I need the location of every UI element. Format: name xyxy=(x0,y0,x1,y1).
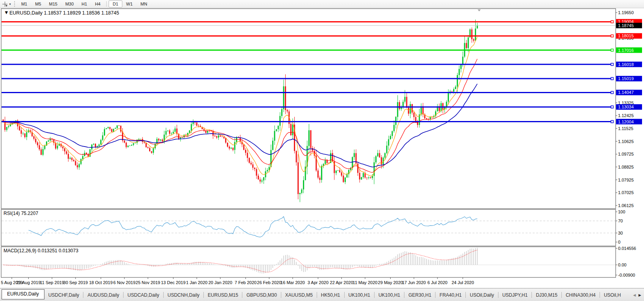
tab-gbpusd-m30[interactable]: GBPUSD,M30 xyxy=(242,290,280,300)
line-handle[interactable] xyxy=(611,77,613,80)
line-handle[interactable] xyxy=(611,35,613,37)
tab-dj30-m15[interactable]: DJ30,M15 xyxy=(532,290,561,300)
tab-eurusd-daily[interactable]: EURUSD,Daily xyxy=(2,289,44,299)
timeframe-button-m30[interactable]: M30 xyxy=(61,0,78,7)
price-badge-label: 1.14047 xyxy=(618,90,634,95)
candle xyxy=(89,149,90,157)
price-panel xyxy=(1,9,616,209)
x-axis-date: 1 Jan 2020 xyxy=(186,280,207,285)
tab-usoil-h[interactable]: USOil,H xyxy=(600,290,625,300)
tab-fra40-h1[interactable]: FRA40,H1 xyxy=(435,290,465,300)
timeframe-button-d1[interactable]: D1 xyxy=(109,0,122,7)
tab-uk100-h1[interactable]: UK100,H1 xyxy=(375,290,404,300)
rsi-tick-label: 30 xyxy=(618,231,623,235)
line-handle[interactable] xyxy=(611,63,613,66)
timeframe-button-h1[interactable]: H1 xyxy=(78,0,91,7)
tab-audusd-daily[interactable]: AUDUSD,Daily xyxy=(83,290,123,300)
price-tick-label: 1.06125 xyxy=(618,203,634,208)
x-axis-date: 3 Apr 2020 xyxy=(308,280,328,285)
tab-usoil-daily[interactable]: USOil,Daily xyxy=(466,290,498,300)
top-toolbar: ▼ M1M5M15M30H1H4D1W1MN xyxy=(0,0,644,8)
timeframe-button-m5[interactable]: M5 xyxy=(31,0,45,7)
tab-ger30-h1[interactable]: GER30,H1 xyxy=(404,290,435,300)
rsi-tick-label: 100 xyxy=(618,209,625,214)
x-axis-date: 26 Feb 2020 xyxy=(257,280,281,285)
tab-uk100-h1[interactable]: UK100,H1 xyxy=(345,290,374,300)
candle xyxy=(290,122,292,136)
candle xyxy=(243,144,244,150)
macd-tick-label: 0.014556 xyxy=(618,246,636,251)
price-badge-label: 1.17016 xyxy=(618,48,634,53)
price-badge-label: 1.16018 xyxy=(618,62,634,67)
timeframe-button-group: M1M5M15M30H1H4D1W1MN xyxy=(17,0,151,7)
x-axis-date: 11 May 2020 xyxy=(353,280,378,285)
timeframe-button-w1[interactable]: W1 xyxy=(122,0,137,7)
cursor-tool-button[interactable]: ▼ xyxy=(0,0,13,7)
line-handle[interactable] xyxy=(611,106,613,108)
price-badge-label: 1.18015 xyxy=(618,33,634,38)
price-badge: 1.12004 xyxy=(616,119,642,125)
line-handle[interactable] xyxy=(611,91,613,94)
tab-usdcnh-daily[interactable]: USDCNH,Daily xyxy=(164,290,203,300)
toolbar-grip[interactable] xyxy=(14,1,15,7)
price-badge: 1.14047 xyxy=(616,90,642,95)
x-axis-date: 7 Feb 2020 xyxy=(235,280,257,285)
price-tick-label: 1.19650 xyxy=(618,10,634,15)
price-tick-label: 1.12425 xyxy=(618,113,634,118)
price-badge: 1.18745 xyxy=(616,23,642,28)
x-axis-date: 24 Jul 2020 xyxy=(452,280,474,285)
x-axis-date: 30 Sep 2019 xyxy=(63,280,88,285)
x-axis-date: 20 Jan 2020 xyxy=(209,280,233,285)
price-badge-label: 1.18745 xyxy=(618,23,634,28)
timeframe-button-m15[interactable]: M15 xyxy=(45,0,61,7)
macd-panel xyxy=(1,247,616,277)
price-badge-label: 1.13034 xyxy=(618,105,634,109)
line-handle[interactable] xyxy=(611,121,613,123)
tab-usdchf-daily[interactable]: USDCHF,Daily xyxy=(44,290,83,300)
candle xyxy=(249,157,250,163)
tab-hk50-h1[interactable]: HK50,H1 xyxy=(317,290,344,300)
price-badge-label: 1.12004 xyxy=(618,119,634,124)
timeframe-button-h4[interactable]: H4 xyxy=(91,0,104,7)
x-axis-date: 6 Nov 2019 xyxy=(113,280,135,285)
chart-collapse-icon[interactable]: ▼ xyxy=(4,10,9,15)
timeframe-button-mn[interactable]: MN xyxy=(137,0,151,7)
tab-eurusd-m15[interactable]: EURUSD,M15 xyxy=(204,290,242,300)
price-badge: 1.13034 xyxy=(616,104,642,110)
price-badge-label: 1.15019 xyxy=(618,76,634,81)
macd-tick-label: 0.00 xyxy=(618,262,626,267)
x-axis-date: 6 Jul 2020 xyxy=(428,280,448,285)
price-badge: 1.16018 xyxy=(616,62,642,67)
cursor-tool-caret-icon: ▼ xyxy=(9,3,11,6)
line-handle[interactable] xyxy=(611,20,613,23)
toolbar-separator xyxy=(106,1,107,7)
symbol-tab-bar: EURUSD,DailyUSDCHF,DailyAUDUSD,DailyUSDC… xyxy=(0,288,644,301)
x-axis-date: 25 Nov 2019 xyxy=(136,280,160,285)
rsi-tick-label: 70 xyxy=(618,218,623,223)
symbol-tabs: EURUSD,DailyUSDCHF,DailyAUDUSD,DailyUSDC… xyxy=(0,288,625,301)
tab-usdcad-daily[interactable]: USDCAD,Daily xyxy=(124,290,163,300)
chart-title: EURUSD,Daily 1.18537 1.18929 1.18536 1.1… xyxy=(9,10,119,16)
price-tick-label: 1.08825 xyxy=(618,165,634,169)
candle xyxy=(111,128,113,132)
x-axis-date: 16 Mar 2020 xyxy=(280,280,305,285)
price-tick-label: 1.07025 xyxy=(618,190,634,195)
price-badge: 1.18015 xyxy=(616,33,642,39)
chart-area: 1.196501.178501.133251.124251.115251.106… xyxy=(0,8,644,288)
timeframe-button-m1[interactable]: M1 xyxy=(17,0,31,7)
x-axis-date: 17 Jun 2020 xyxy=(402,280,426,285)
tab-xauusd-m5[interactable]: XAUUSD,M5 xyxy=(281,290,317,300)
rsi-panel xyxy=(1,209,616,246)
tab-china300-h4[interactable]: CHINA300,H4 xyxy=(562,290,600,300)
x-axis-date: 29 May 2020 xyxy=(378,280,403,285)
price-badge: 1.15019 xyxy=(616,76,642,81)
rsi-label: RSI(14) 75.2207 xyxy=(4,211,38,216)
tab-usdjpy-h1[interactable]: USDJPY,H1 xyxy=(498,290,531,300)
rsi-tick-label: 0 xyxy=(618,240,620,244)
x-axis-date: 23 Aug 2019 xyxy=(17,280,41,285)
tabs-scroll-right-icon[interactable]: ▶ xyxy=(638,293,641,297)
line-handle[interactable] xyxy=(611,49,613,51)
tabs-scroll-left-icon[interactable]: ◀ xyxy=(633,293,636,297)
price-tick-label: 1.07925 xyxy=(618,178,634,182)
x-axis-date: 22 Apr 2020 xyxy=(330,280,353,285)
